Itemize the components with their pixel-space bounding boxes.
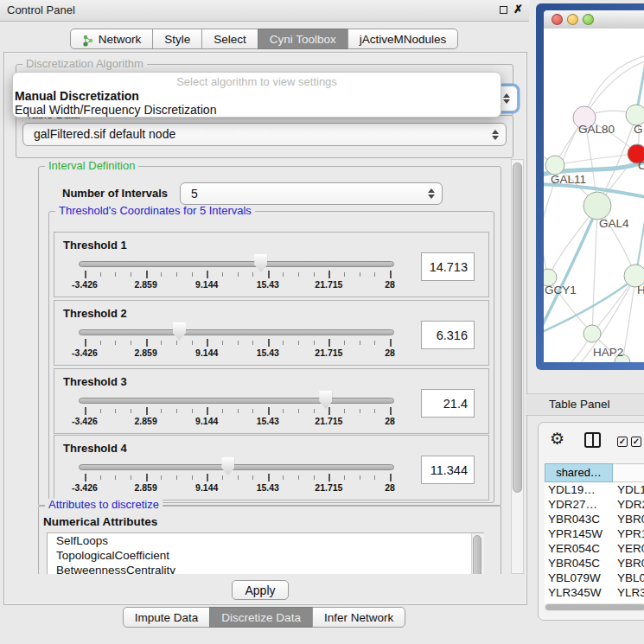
tick-mark [360,272,360,277]
number-of-intervals-combobox[interactable]: 5 [180,182,443,205]
attributes-list-scrollbar-thumb[interactable] [473,535,481,574]
network-icon [82,33,94,45]
tick-mark [115,475,116,480]
algorithm-dropdown-popup: Select algorithm to view settings Manual… [12,72,501,118]
table-row[interactable]: YDL19…YDL1 [545,482,644,497]
cell-name[interactable]: YPR1 [613,526,644,541]
slider-thumb[interactable] [221,457,234,475]
cell-shared-name[interactable]: YER054C [545,541,613,556]
tab-label: Cyni Toolbox [270,29,336,49]
control-panel-titlebar [0,0,529,22]
slider-track[interactable] [79,329,394,335]
node-gal11[interactable] [545,156,564,175]
table-row[interactable]: YLR345WYLR3 [545,585,644,600]
attributes-group-label: Attributes to discretize [45,499,163,511]
list-item-topologicalcoefficient[interactable]: TopologicalCoefficient [48,548,483,563]
tick-mark [268,271,270,278]
tick-label: -3.426 [61,348,109,358]
spinner-arrows-icon [428,188,435,199]
cell-name[interactable]: YBL0 [613,571,644,585]
cell-name[interactable]: YBR0 [613,512,644,526]
tick-mark [238,409,239,413]
node-label-gal80: GAL80 [578,123,615,136]
threshold-value-field[interactable]: 21.4 [421,389,475,418]
node-label-partial-h: H [637,284,644,296]
table-row[interactable]: YBR045CYBR0 [545,556,644,571]
table-row[interactable]: YBL079WYBL0 [545,571,644,585]
threshold-value-field[interactable]: 6.316 [421,321,475,349]
cell-shared-name[interactable]: YBL079W [545,571,613,585]
table-row[interactable]: YPR145WYPR1 [545,526,644,541]
tab-select[interactable]: Select [201,29,258,49]
tick-mark [207,271,208,278]
network-view-canvas[interactable]: GAL80 G C GAL11 GAL4 GCY1 H HAP2 [544,29,644,362]
slider-track[interactable] [79,464,394,470]
tick-mark [314,409,315,413]
tab-impute-data[interactable]: Impute Data [123,607,211,628]
threshold-value-field[interactable]: 11.344 [421,456,475,484]
list-item-selfloops[interactable]: SelfLoops [48,533,483,548]
cell-name[interactable]: YBR0 [613,556,644,571]
number-of-intervals-value: 5 [191,183,198,205]
tab-label: Style [164,29,190,49]
slider-track[interactable] [79,261,394,267]
cell-shared-name[interactable]: YBR043C [545,512,613,526]
tick-mark [176,475,177,480]
tick-mark [252,409,253,413]
cell-shared-name[interactable]: YBR045C [545,556,613,571]
table-row[interactable]: YBR043CYBR0 [545,512,644,526]
zoom-traffic-light-icon[interactable] [583,14,594,25]
tick-mark [298,409,299,413]
tab-infer-network[interactable]: Infer Network [312,607,405,628]
list-item-betweennesscentrality[interactable]: BetweennessCentrality [48,563,483,574]
numerical-attributes-list[interactable]: SelfLoopsTopologicalCoefficientBetweenne… [47,532,484,574]
slider-thumb[interactable] [173,322,186,341]
minimize-traffic-light-icon[interactable] [567,14,578,25]
checkbox-icon[interactable] [617,437,628,447]
cell-name[interactable]: YDL1 [613,482,644,497]
threshold-label: Threshold 2 [63,307,127,320]
tab-discretize-data[interactable]: Discretize Data [209,607,313,628]
cell-name[interactable]: YER0 [613,541,644,556]
node-gal4[interactable] [583,192,611,220]
column-header-shared-name[interactable]: shared… [545,463,613,482]
cell-name[interactable]: YLR3 [613,585,644,600]
float-window-icon[interactable] [500,6,507,14]
slider-ticks [85,271,390,279]
tick-mark [328,474,330,481]
cell-shared-name[interactable]: YDL19… [545,482,613,497]
gear-icon[interactable] [550,430,564,448]
dropdown-option-equal-width-frequency[interactable]: Equal Width/Frequency Discretization [15,103,216,117]
cell-shared-name[interactable]: YPR145W [545,526,613,541]
threshold-value-field[interactable]: 14.713 [421,252,475,281]
network-window-titlebar[interactable] [544,10,644,29]
table-data-combobox[interactable]: galFiltered.sif default node [22,123,507,146]
column-header-name[interactable]: na [613,463,644,482]
settings-scrollbar-thumb[interactable] [513,163,522,493]
slider-thumb[interactable] [254,254,267,272]
tab-style[interactable]: Style [152,29,202,49]
cell-name[interactable]: YDR2 [613,497,644,512]
cell-shared-name[interactable]: YDR27… [545,497,613,512]
apply-button[interactable]: Apply [232,580,289,600]
close-icon[interactable] [513,3,523,16]
tab-cyni-toolbox[interactable]: Cyni Toolbox [258,29,348,49]
tick-mark [252,272,253,277]
columns-icon[interactable] [584,432,601,448]
node-hap2[interactable] [583,325,601,342]
table-row[interactable]: YER054CYER0 [545,541,644,556]
table-horizontal-scrollbar-thumb[interactable] [545,604,644,610]
close-traffic-light-icon[interactable] [552,14,563,25]
tick-mark [100,409,101,413]
tab-jactivemnodules[interactable]: jActiveMNodules [348,29,459,49]
tick-mark [252,475,253,480]
dropdown-option-manual-discretization[interactable]: Manual Discretization [15,89,139,103]
slider-track[interactable] [79,398,394,404]
cell-shared-name[interactable]: YLR345W [545,585,613,600]
tab-label: Network [99,29,142,49]
tab-network[interactable]: Network [70,29,154,49]
checkbox-icon[interactable] [631,437,641,447]
tick-mark [238,341,239,345]
slider-thumb[interactable] [319,391,332,409]
table-row[interactable]: YDR27…YDR2 [545,497,644,512]
